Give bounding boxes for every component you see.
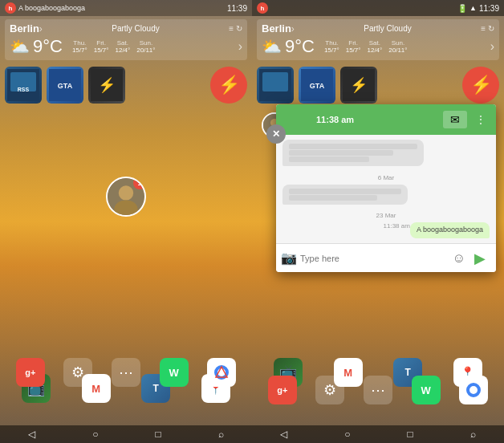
svg-text:GTA: GTA bbox=[58, 82, 73, 90]
flash-button-right[interactable]: ⚡ bbox=[462, 67, 499, 104]
weather-controls-right: ≡ ↻ bbox=[481, 24, 494, 33]
time-right: 11:39 bbox=[479, 4, 499, 13]
weather-condition-left: Partly Cloudy bbox=[43, 24, 229, 33]
forecast-fri-name: Fri. bbox=[94, 39, 109, 47]
app-game3[interactable]: ⚡ bbox=[88, 67, 125, 104]
dock-gplus[interactable]: g+ bbox=[16, 358, 45, 387]
blurred-text-3 bbox=[289, 156, 369, 162]
chat-message-1 bbox=[282, 140, 490, 169]
weather-temp-left: 9°C bbox=[33, 36, 63, 57]
dock-chrome-right[interactable] bbox=[459, 376, 488, 404]
forecast-thu: Thu. 15/7° bbox=[72, 39, 87, 54]
blurred-text-2 bbox=[289, 150, 393, 156]
forecast-thu-name-r: Thu. bbox=[324, 39, 339, 47]
status-bar-right: h 🔋 ▲ 11:39 bbox=[252, 0, 504, 16]
forecast-sat-name: Sat. bbox=[115, 39, 130, 47]
dock-apps[interactable]: ⋯ bbox=[112, 358, 140, 387]
weather-menu-icon[interactable]: ≡ bbox=[229, 24, 234, 33]
forecast-sat-name-r: Sat. bbox=[367, 39, 382, 47]
home-button-left[interactable]: ○ bbox=[92, 429, 98, 440]
app-icon-h: h bbox=[5, 2, 16, 14]
app-game1-right[interactable] bbox=[257, 67, 294, 104]
status-left: h A boogaboogabooga bbox=[5, 2, 85, 14]
app-game2[interactable]: GTA bbox=[47, 67, 83, 104]
bottom-dock2-left bbox=[0, 403, 252, 408]
dock-chrome[interactable] bbox=[207, 358, 236, 387]
forecast-sun-r: Sun. 20/11° bbox=[388, 39, 407, 54]
svg-point-8 bbox=[119, 185, 133, 200]
recents-button-right[interactable]: □ bbox=[407, 429, 413, 440]
weather-widget-right[interactable]: Berlin › Partly Cloudy ≡ ↻ ⛅ 9°C Thu. 15… bbox=[257, 19, 499, 60]
chat-bubble-avatar[interactable]: 1 bbox=[106, 177, 146, 217]
status-right-right: 🔋 ▲ 11:39 bbox=[457, 4, 499, 13]
chat-more-icon[interactable]: ⋮ bbox=[472, 113, 490, 126]
time-left: 11:39 bbox=[227, 4, 247, 13]
weather-widget-left[interactable]: Berlin › Partly Cloudy ≡ ↻ ⛅ 9°C Thu. 15… bbox=[5, 19, 247, 60]
forecast-thu-temps: 15/7° bbox=[72, 47, 87, 54]
flash-button[interactable]: ⚡ bbox=[210, 67, 247, 104]
chat-header-time: 11:38 am bbox=[316, 115, 438, 124]
search-button-left[interactable]: ⌕ bbox=[218, 429, 224, 440]
weather-forecast-left: Thu. 15/7° Fri. 15/7° Sat. 12/4° Sun. 20… bbox=[72, 39, 156, 54]
forecast-thu-r: Thu. 15/7° bbox=[324, 39, 339, 54]
weather-cloud-icon-right: ⛅ bbox=[262, 37, 282, 56]
blurred-text-5 bbox=[289, 195, 377, 201]
forecast-thu-name: Thu. bbox=[72, 39, 87, 47]
chat-email-icon[interactable]: ✉ bbox=[443, 111, 467, 128]
forecast-sun-name-r: Sun. bbox=[388, 39, 407, 47]
emoji-icon[interactable]: ☺ bbox=[453, 251, 465, 266]
date-divider-1: 6 Mar bbox=[282, 174, 490, 181]
status-right-left: h bbox=[257, 2, 268, 14]
forecast-fri: Fri. 15/7° bbox=[94, 39, 109, 54]
chat-input-bar: 📷 ☺ ▶ bbox=[276, 243, 496, 272]
weather-refresh-icon[interactable]: ↻ bbox=[236, 24, 242, 33]
dock-gplus-right[interactable]: g+ bbox=[268, 376, 297, 404]
weather-top-right: Berlin › Partly Cloudy ≡ ↻ bbox=[262, 22, 494, 35]
weather-next-icon-right[interactable]: › bbox=[490, 39, 494, 54]
app-game3-right[interactable]: ⚡ bbox=[340, 67, 377, 104]
right-screen: h 🔋 ▲ 11:39 Berlin › Partly Cloudy ≡ ↻ ⛅… bbox=[252, 0, 504, 443]
forecast-sat-temps-r: 12/4° bbox=[367, 47, 382, 54]
chat-input[interactable] bbox=[300, 254, 449, 263]
weather-next-icon[interactable]: › bbox=[238, 39, 242, 54]
chat-badge: 1 bbox=[133, 177, 146, 189]
weather-menu-icon-right[interactable]: ≡ bbox=[481, 24, 486, 33]
dock-settings[interactable]: ⚙ bbox=[63, 358, 92, 387]
chat-message-sent: A boogaboogabooga 11:38 am bbox=[282, 222, 490, 230]
weather-refresh-icon-right[interactable]: ↻ bbox=[488, 24, 494, 33]
svg-text:⚡: ⚡ bbox=[98, 76, 116, 94]
forecast-fri-temps: 15/7° bbox=[94, 47, 109, 54]
app-icon-h-right: h bbox=[257, 2, 268, 14]
chat-panel: 11:38 am ✉ ⋮ 6 Mar 23 Mar bbox=[276, 104, 496, 272]
back-button-right[interactable]: ◁ bbox=[280, 429, 287, 440]
svg-rect-14 bbox=[262, 72, 288, 91]
forecast-sun-temps-r: 20/11° bbox=[388, 47, 407, 54]
dock-row2-left: g+ ⚙ ⋯ W bbox=[0, 355, 252, 390]
send-button[interactable]: ▶ bbox=[469, 247, 491, 270]
weather-condition-right: Partly Cloudy bbox=[295, 24, 481, 33]
blurred-text-1 bbox=[289, 144, 417, 149]
app-game1[interactable]: RSS bbox=[5, 67, 42, 104]
recents-button-left[interactable]: □ bbox=[155, 429, 161, 440]
back-button-left[interactable]: ◁ bbox=[28, 429, 35, 440]
battery-icon: 🔋 bbox=[457, 4, 467, 13]
bottom-nav-right: ◁ ○ □ ⌕ bbox=[252, 425, 504, 443]
dock-apps-right[interactable]: ⋯ bbox=[364, 376, 392, 404]
search-button-right[interactable]: ⌕ bbox=[470, 429, 476, 440]
chat-close-button[interactable]: ✕ bbox=[266, 124, 286, 144]
left-screen: h A boogaboogabooga 11:39 Berlin › Partl… bbox=[0, 0, 252, 443]
camera-icon[interactable]: 📷 bbox=[281, 250, 297, 266]
top-apps-row-left: RSS GTA ⚡ ⚡ bbox=[0, 63, 252, 107]
dock-row3-right: g+ ⚙ ⋯ W bbox=[252, 372, 504, 408]
blurred-text-4 bbox=[289, 189, 401, 194]
weather-city-left: Berlin bbox=[10, 22, 39, 35]
dock-whatsapp-right[interactable]: W bbox=[412, 376, 441, 404]
chat-messages: 6 Mar 23 Mar A boogaboogabooga 11:38 am bbox=[276, 135, 496, 243]
app-game2-right[interactable]: GTA bbox=[299, 67, 335, 104]
dock-whatsapp[interactable]: W bbox=[160, 358, 189, 387]
notification-text: A boogaboogabooga bbox=[18, 4, 85, 12]
home-button-right[interactable]: ○ bbox=[344, 429, 350, 440]
date-divider-2: 23 Mar bbox=[282, 212, 490, 219]
weather-cloud-icon: ⛅ bbox=[10, 37, 30, 56]
dock-settings-right[interactable]: ⚙ bbox=[315, 376, 344, 404]
